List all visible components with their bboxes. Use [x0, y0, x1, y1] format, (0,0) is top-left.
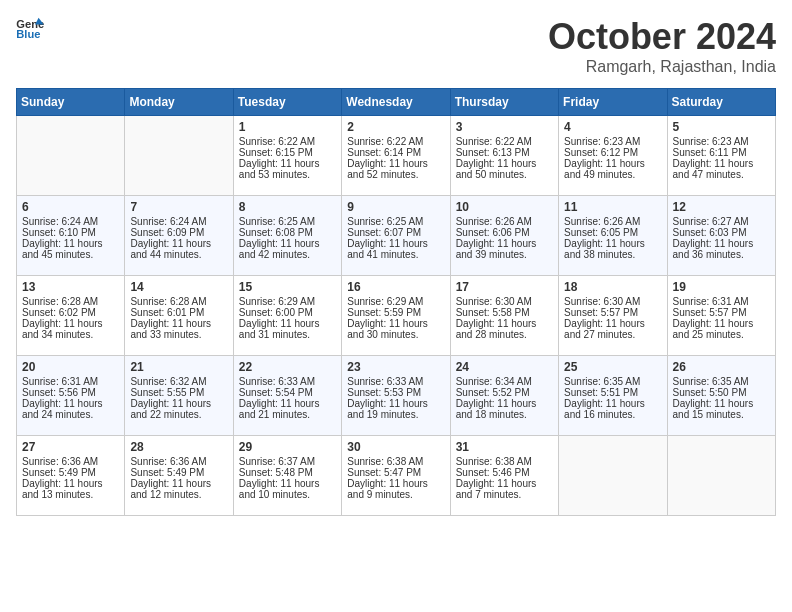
sunrise-text: Sunrise: 6:31 AM: [673, 296, 749, 307]
daylight-text: Daylight: 11 hours and 41 minutes.: [347, 238, 428, 260]
daylight-text: Daylight: 11 hours and 44 minutes.: [130, 238, 211, 260]
calendar-cell: 13 Sunrise: 6:28 AM Sunset: 6:02 PM Dayl…: [17, 276, 125, 356]
sunrise-text: Sunrise: 6:22 AM: [239, 136, 315, 147]
day-number: 14: [130, 280, 227, 294]
sunset-text: Sunset: 5:58 PM: [456, 307, 530, 318]
calendar-cell: [17, 116, 125, 196]
sunset-text: Sunset: 5:57 PM: [564, 307, 638, 318]
calendar-cell: 18 Sunrise: 6:30 AM Sunset: 5:57 PM Dayl…: [559, 276, 667, 356]
calendar-table: SundayMondayTuesdayWednesdayThursdayFrid…: [16, 88, 776, 516]
day-number: 3: [456, 120, 553, 134]
daylight-text: Daylight: 11 hours and 50 minutes.: [456, 158, 537, 180]
sunset-text: Sunset: 6:12 PM: [564, 147, 638, 158]
sunrise-text: Sunrise: 6:30 AM: [564, 296, 640, 307]
daylight-text: Daylight: 11 hours and 19 minutes.: [347, 398, 428, 420]
calendar-cell: 15 Sunrise: 6:29 AM Sunset: 6:00 PM Dayl…: [233, 276, 341, 356]
sunrise-text: Sunrise: 6:38 AM: [456, 456, 532, 467]
daylight-text: Daylight: 11 hours and 53 minutes.: [239, 158, 320, 180]
day-number: 30: [347, 440, 444, 454]
weekday-header: Friday: [559, 89, 667, 116]
sunrise-text: Sunrise: 6:35 AM: [564, 376, 640, 387]
sunrise-text: Sunrise: 6:33 AM: [239, 376, 315, 387]
calendar-cell: 27 Sunrise: 6:36 AM Sunset: 5:49 PM Dayl…: [17, 436, 125, 516]
day-number: 19: [673, 280, 770, 294]
calendar-cell: 9 Sunrise: 6:25 AM Sunset: 6:07 PM Dayli…: [342, 196, 450, 276]
calendar-cell: 12 Sunrise: 6:27 AM Sunset: 6:03 PM Dayl…: [667, 196, 775, 276]
sunrise-text: Sunrise: 6:23 AM: [564, 136, 640, 147]
sunset-text: Sunset: 5:50 PM: [673, 387, 747, 398]
sunset-text: Sunset: 6:07 PM: [347, 227, 421, 238]
calendar-cell: 6 Sunrise: 6:24 AM Sunset: 6:10 PM Dayli…: [17, 196, 125, 276]
weekday-header: Wednesday: [342, 89, 450, 116]
day-number: 6: [22, 200, 119, 214]
day-number: 15: [239, 280, 336, 294]
generalblue-logo-icon: General Blue: [16, 16, 44, 40]
sunrise-text: Sunrise: 6:38 AM: [347, 456, 423, 467]
calendar-cell: [667, 436, 775, 516]
calendar-cell: 26 Sunrise: 6:35 AM Sunset: 5:50 PM Dayl…: [667, 356, 775, 436]
sunrise-text: Sunrise: 6:22 AM: [347, 136, 423, 147]
daylight-text: Daylight: 11 hours and 31 minutes.: [239, 318, 320, 340]
day-number: 21: [130, 360, 227, 374]
sunset-text: Sunset: 5:54 PM: [239, 387, 313, 398]
calendar-cell: 2 Sunrise: 6:22 AM Sunset: 6:14 PM Dayli…: [342, 116, 450, 196]
calendar-cell: 25 Sunrise: 6:35 AM Sunset: 5:51 PM Dayl…: [559, 356, 667, 436]
day-number: 23: [347, 360, 444, 374]
calendar-week-row: 20 Sunrise: 6:31 AM Sunset: 5:56 PM Dayl…: [17, 356, 776, 436]
sunset-text: Sunset: 6:05 PM: [564, 227, 638, 238]
month-title: October 2024: [548, 16, 776, 58]
day-number: 5: [673, 120, 770, 134]
calendar-cell: 3 Sunrise: 6:22 AM Sunset: 6:13 PM Dayli…: [450, 116, 558, 196]
daylight-text: Daylight: 11 hours and 25 minutes.: [673, 318, 754, 340]
daylight-text: Daylight: 11 hours and 10 minutes.: [239, 478, 320, 500]
day-number: 25: [564, 360, 661, 374]
daylight-text: Daylight: 11 hours and 52 minutes.: [347, 158, 428, 180]
calendar-week-row: 1 Sunrise: 6:22 AM Sunset: 6:15 PM Dayli…: [17, 116, 776, 196]
sunrise-text: Sunrise: 6:25 AM: [347, 216, 423, 227]
daylight-text: Daylight: 11 hours and 36 minutes.: [673, 238, 754, 260]
sunset-text: Sunset: 6:10 PM: [22, 227, 96, 238]
sunset-text: Sunset: 5:59 PM: [347, 307, 421, 318]
calendar-cell: 28 Sunrise: 6:36 AM Sunset: 5:49 PM Dayl…: [125, 436, 233, 516]
sunrise-text: Sunrise: 6:24 AM: [22, 216, 98, 227]
daylight-text: Daylight: 11 hours and 28 minutes.: [456, 318, 537, 340]
day-number: 1: [239, 120, 336, 134]
daylight-text: Daylight: 11 hours and 49 minutes.: [564, 158, 645, 180]
sunrise-text: Sunrise: 6:33 AM: [347, 376, 423, 387]
daylight-text: Daylight: 11 hours and 16 minutes.: [564, 398, 645, 420]
day-number: 22: [239, 360, 336, 374]
sunset-text: Sunset: 5:48 PM: [239, 467, 313, 478]
sunrise-text: Sunrise: 6:22 AM: [456, 136, 532, 147]
sunrise-text: Sunrise: 6:23 AM: [673, 136, 749, 147]
sunrise-text: Sunrise: 6:29 AM: [347, 296, 423, 307]
sunrise-text: Sunrise: 6:34 AM: [456, 376, 532, 387]
daylight-text: Daylight: 11 hours and 21 minutes.: [239, 398, 320, 420]
calendar-cell: 7 Sunrise: 6:24 AM Sunset: 6:09 PM Dayli…: [125, 196, 233, 276]
calendar-cell: 17 Sunrise: 6:30 AM Sunset: 5:58 PM Dayl…: [450, 276, 558, 356]
day-number: 18: [564, 280, 661, 294]
calendar-cell: 16 Sunrise: 6:29 AM Sunset: 5:59 PM Dayl…: [342, 276, 450, 356]
sunset-text: Sunset: 6:14 PM: [347, 147, 421, 158]
weekday-header: Tuesday: [233, 89, 341, 116]
sunset-text: Sunset: 6:06 PM: [456, 227, 530, 238]
title-block: October 2024 Ramgarh, Rajasthan, India: [548, 16, 776, 76]
daylight-text: Daylight: 11 hours and 22 minutes.: [130, 398, 211, 420]
day-number: 12: [673, 200, 770, 214]
sunrise-text: Sunrise: 6:25 AM: [239, 216, 315, 227]
calendar-cell: [125, 116, 233, 196]
sunset-text: Sunset: 5:52 PM: [456, 387, 530, 398]
sunset-text: Sunset: 6:03 PM: [673, 227, 747, 238]
sunset-text: Sunset: 6:08 PM: [239, 227, 313, 238]
daylight-text: Daylight: 11 hours and 47 minutes.: [673, 158, 754, 180]
day-number: 9: [347, 200, 444, 214]
day-number: 27: [22, 440, 119, 454]
calendar-cell: 23 Sunrise: 6:33 AM Sunset: 5:53 PM Dayl…: [342, 356, 450, 436]
sunset-text: Sunset: 5:57 PM: [673, 307, 747, 318]
sunset-text: Sunset: 5:55 PM: [130, 387, 204, 398]
sunset-text: Sunset: 5:49 PM: [130, 467, 204, 478]
calendar-cell: 22 Sunrise: 6:33 AM Sunset: 5:54 PM Dayl…: [233, 356, 341, 436]
weekday-header-row: SundayMondayTuesdayWednesdayThursdayFrid…: [17, 89, 776, 116]
weekday-header: Saturday: [667, 89, 775, 116]
calendar-week-row: 27 Sunrise: 6:36 AM Sunset: 5:49 PM Dayl…: [17, 436, 776, 516]
day-number: 31: [456, 440, 553, 454]
